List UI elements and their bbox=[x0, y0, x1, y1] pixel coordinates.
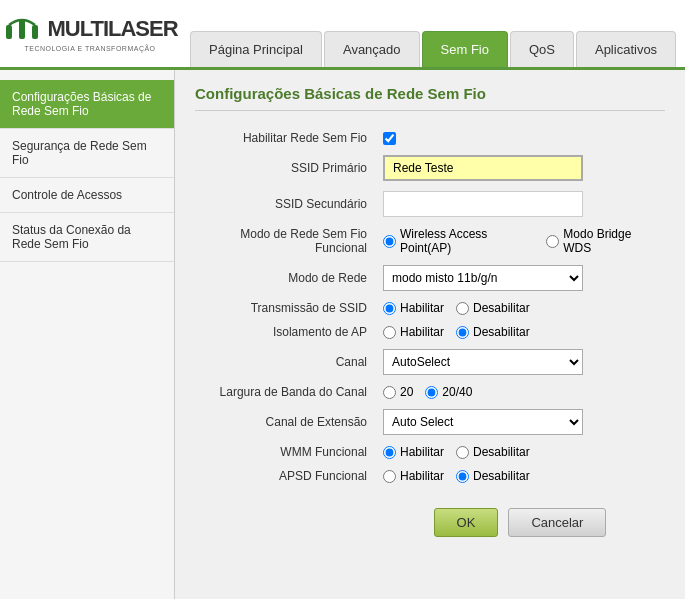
main-layout: Configurações Básicas de Rede Sem Fio Se… bbox=[0, 70, 685, 599]
select-canal-extensao[interactable]: Auto Select 1 3 5 bbox=[383, 409, 583, 435]
sidebar-item-security[interactable]: Segurança de Rede Sem Fio bbox=[0, 129, 174, 178]
label-wmm: WMM Funcional bbox=[195, 440, 375, 464]
row-transmissao-ssid: Transmissão de SSID Habilitar Desabilita… bbox=[195, 296, 665, 320]
radio-label-apsd-desabilitar: Desabilitar bbox=[473, 469, 530, 483]
value-apsd: Habilitar Desabilitar bbox=[375, 464, 665, 488]
radio-item-largura-20: 20 bbox=[383, 385, 413, 399]
row-largura-banda: Largura de Banda do Canal 20 20/40 bbox=[195, 380, 665, 404]
radio-label-wds: Modo Bridge WDS bbox=[563, 227, 657, 255]
radio-wmm-desabilitar[interactable] bbox=[456, 446, 469, 459]
label-apsd: APSD Funcional bbox=[195, 464, 375, 488]
radio-ap[interactable] bbox=[383, 235, 396, 248]
radio-item-ap: Wireless Access Point(AP) bbox=[383, 227, 534, 255]
value-ssid-secundario bbox=[375, 186, 665, 222]
radio-item-isolamento-habilitar: Habilitar bbox=[383, 325, 444, 339]
button-row: OK Cancelar bbox=[383, 508, 657, 537]
label-canal: Canal bbox=[195, 344, 375, 380]
radio-group-modo-funcional: Wireless Access Point(AP) Modo Bridge WD… bbox=[383, 227, 657, 255]
label-habilitar: Habilitar Rede Sem Fio bbox=[195, 126, 375, 150]
radio-largura-2040[interactable] bbox=[425, 386, 438, 399]
radio-group-apsd: Habilitar Desabilitar bbox=[383, 469, 657, 483]
logo-subtitle: TECNOLOGIA E TRANSFORMAÇÃO bbox=[24, 45, 155, 52]
radio-label-isolamento-habilitar: Habilitar bbox=[400, 325, 444, 339]
row-habilitar: Habilitar Rede Sem Fio bbox=[195, 126, 665, 150]
select-modo-rede[interactable]: modo misto 11b/g/n 11b 11g 11n bbox=[383, 265, 583, 291]
radio-label-wmm-habilitar: Habilitar bbox=[400, 445, 444, 459]
radio-label-wmm-desabilitar: Desabilitar bbox=[473, 445, 530, 459]
value-habilitar bbox=[375, 126, 665, 150]
radio-item-wds: Modo Bridge WDS bbox=[546, 227, 657, 255]
tab-aplicativos[interactable]: Aplicativos bbox=[576, 31, 676, 67]
radio-isolamento-habilitar[interactable] bbox=[383, 326, 396, 339]
radio-transmissao-habilitar[interactable] bbox=[383, 302, 396, 315]
row-canal-extensao: Canal de Extensão Auto Select 1 3 5 bbox=[195, 404, 665, 440]
value-isolamento-ap: Habilitar Desabilitar bbox=[375, 320, 665, 344]
radio-label-isolamento-desabilitar: Desabilitar bbox=[473, 325, 530, 339]
value-wmm: Habilitar Desabilitar bbox=[375, 440, 665, 464]
sidebar-item-access-control[interactable]: Controle de Acessos bbox=[0, 178, 174, 213]
label-transmissao-ssid: Transmissão de SSID bbox=[195, 296, 375, 320]
svg-rect-2 bbox=[32, 25, 38, 39]
content-area: Configurações Básicas de Rede Sem Fio Ha… bbox=[175, 70, 685, 599]
row-apsd: APSD Funcional Habilitar Desabilitar bbox=[195, 464, 665, 488]
radio-wmm-habilitar[interactable] bbox=[383, 446, 396, 459]
radio-group-isolamento: Habilitar Desabilitar bbox=[383, 325, 657, 339]
radio-item-transmissao-desabilitar: Desabilitar bbox=[456, 301, 530, 315]
row-buttons: OK Cancelar bbox=[195, 488, 665, 542]
tab-qos[interactable]: QoS bbox=[510, 31, 574, 67]
logo-area: MULTILASER TECNOLOGIA E TRANSFORMAÇÃO bbox=[0, 5, 180, 62]
label-modo-rede: Modo de Rede bbox=[195, 260, 375, 296]
radio-wds[interactable] bbox=[546, 235, 559, 248]
input-ssid-secundario[interactable] bbox=[383, 191, 583, 217]
value-largura-banda: 20 20/40 bbox=[375, 380, 665, 404]
page-title: Configurações Básicas de Rede Sem Fio bbox=[195, 85, 665, 111]
tab-pagina-principal[interactable]: Página Principal bbox=[190, 31, 322, 67]
sidebar: Configurações Básicas de Rede Sem Fio Se… bbox=[0, 70, 175, 599]
value-buttons: OK Cancelar bbox=[375, 488, 665, 542]
sidebar-item-connection-status[interactable]: Status da Conexão da Rede Sem Fio bbox=[0, 213, 174, 262]
header: MULTILASER TECNOLOGIA E TRANSFORMAÇÃO Pá… bbox=[0, 0, 685, 70]
radio-group-largura: 20 20/40 bbox=[383, 385, 657, 399]
label-largura-banda: Largura de Banda do Canal bbox=[195, 380, 375, 404]
radio-largura-20[interactable] bbox=[383, 386, 396, 399]
radio-label-largura-20: 20 bbox=[400, 385, 413, 399]
nav-tabs: Página Principal Avançado Sem Fio QoS Ap… bbox=[190, 0, 678, 67]
row-ssid-primario: SSID Primário bbox=[195, 150, 665, 186]
ok-button[interactable]: OK bbox=[434, 508, 499, 537]
radio-item-apsd-habilitar: Habilitar bbox=[383, 469, 444, 483]
select-canal[interactable]: AutoSelect 1 2 6 11 bbox=[383, 349, 583, 375]
label-empty-buttons bbox=[195, 488, 375, 542]
value-transmissao-ssid: Habilitar Desabilitar bbox=[375, 296, 665, 320]
radio-label-apsd-habilitar: Habilitar bbox=[400, 469, 444, 483]
radio-label-largura-2040: 20/40 bbox=[442, 385, 472, 399]
row-canal: Canal AutoSelect 1 2 6 11 bbox=[195, 344, 665, 380]
row-isolamento-ap: Isolamento de AP Habilitar Desabilitar bbox=[195, 320, 665, 344]
tab-avancado[interactable]: Avançado bbox=[324, 31, 420, 67]
radio-apsd-desabilitar[interactable] bbox=[456, 470, 469, 483]
radio-transmissao-desabilitar[interactable] bbox=[456, 302, 469, 315]
value-canal-extensao: Auto Select 1 3 5 bbox=[375, 404, 665, 440]
input-ssid-primario[interactable] bbox=[383, 155, 583, 181]
radio-item-apsd-desabilitar: Desabilitar bbox=[456, 469, 530, 483]
form-table: Habilitar Rede Sem Fio SSID Primário bbox=[195, 126, 665, 542]
tab-sem-fio[interactable]: Sem Fio bbox=[422, 31, 508, 67]
svg-rect-1 bbox=[19, 19, 25, 39]
value-canal: AutoSelect 1 2 6 11 bbox=[375, 344, 665, 380]
svg-rect-0 bbox=[6, 25, 12, 39]
label-modo-funcional: Modo de Rede Sem Fio Funcional bbox=[195, 222, 375, 260]
multilaser-icon bbox=[2, 15, 42, 43]
label-ssid-primario: SSID Primário bbox=[195, 150, 375, 186]
radio-label-ap: Wireless Access Point(AP) bbox=[400, 227, 534, 255]
radio-group-wmm: Habilitar Desabilitar bbox=[383, 445, 657, 459]
radio-apsd-habilitar[interactable] bbox=[383, 470, 396, 483]
checkbox-habilitar[interactable] bbox=[383, 132, 396, 145]
radio-item-transmissao-habilitar: Habilitar bbox=[383, 301, 444, 315]
value-modo-rede: modo misto 11b/g/n 11b 11g 11n bbox=[375, 260, 665, 296]
row-modo-rede: Modo de Rede modo misto 11b/g/n 11b 11g … bbox=[195, 260, 665, 296]
sidebar-item-basic-config[interactable]: Configurações Básicas de Rede Sem Fio bbox=[0, 80, 174, 129]
logo-text: MULTILASER bbox=[47, 16, 177, 42]
radio-label-transmissao-desabilitar: Desabilitar bbox=[473, 301, 530, 315]
cancel-button[interactable]: Cancelar bbox=[508, 508, 606, 537]
row-ssid-secundario: SSID Secundário bbox=[195, 186, 665, 222]
radio-isolamento-desabilitar[interactable] bbox=[456, 326, 469, 339]
